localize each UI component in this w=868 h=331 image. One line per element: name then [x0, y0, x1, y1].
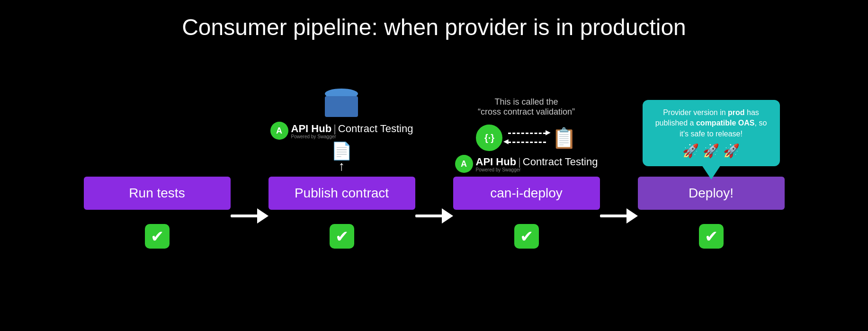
callout-oas: compatible OAS: [696, 119, 755, 127]
pipeline: Run tests ✔ A: [28, 78, 840, 255]
arrow-1: [231, 101, 268, 233]
deploy-button[interactable]: Deploy!: [638, 177, 785, 210]
step-can-i-deploy: This is called the “cross contract valid…: [453, 78, 600, 255]
arrow-2: [415, 101, 453, 233]
step-deploy-above: Provider version in prod has published a…: [643, 78, 780, 173]
dashed-arrow-left: [508, 142, 546, 143]
callout-text: Provider version in prod has published a…: [651, 107, 771, 139]
step-deploy: Provider version in prod has published a…: [638, 78, 785, 255]
api-hub-separator-2: |: [518, 156, 521, 168]
can-i-deploy-below: ✔: [514, 217, 539, 255]
deploy-checkmark: ✔: [699, 224, 724, 249]
api-hub-product-cid: Contract Testing: [523, 156, 598, 168]
arrow-icon-1: [231, 209, 268, 223]
publish-contract-below: ✔: [330, 217, 354, 255]
deploy-below: ✔: [699, 217, 724, 255]
cross-contract-visual: {·} 📋: [476, 125, 576, 151]
publish-contract-button[interactable]: Publish contract: [268, 177, 415, 210]
step-publish-contract-above: A API Hub | Contract Testing Powered by …: [270, 78, 413, 173]
api-hub-icon-cid: A: [455, 155, 473, 173]
run-tests-button[interactable]: Run tests: [84, 177, 231, 210]
run-tests-below: ✔: [145, 217, 170, 255]
api-hub-name: API Hub: [291, 123, 332, 135]
api-hub-logo-cid: A API Hub | Contract Testing Powered by …: [455, 155, 598, 173]
api-hub-powered-publish: Powered by Swagger: [291, 134, 413, 139]
dashed-arrows: [508, 133, 546, 143]
can-i-deploy-checkmark: ✔: [514, 224, 539, 249]
callout-rockets: 🚀 🚀 🚀: [651, 143, 771, 159]
arrow-icon-2: [415, 209, 453, 223]
api-hub-text-cid: API Hub | Contract Testing Powered by Sw…: [476, 156, 598, 172]
callout-box: Provider version in prod has published a…: [643, 100, 780, 166]
step-can-i-deploy-above: This is called the “cross contract valid…: [455, 78, 598, 173]
document-plain-icon: 📋: [552, 126, 576, 150]
document-icon: 📄: [331, 143, 352, 160]
page-title: Consumer pipeline: when provider is in p…: [0, 0, 868, 50]
step-run-tests: Run tests ✔: [84, 78, 231, 255]
api-hub-powered-cid: Powered by Swagger: [476, 167, 598, 172]
arrow-3: [600, 101, 638, 233]
api-hub-a-letter-2: A: [461, 159, 467, 169]
can-i-deploy-button[interactable]: can-i-deploy: [453, 177, 600, 210]
api-hub-name-2: API Hub: [476, 156, 517, 168]
openapi-icon: {·}: [476, 125, 502, 151]
api-hub-text-publish: API Hub | Contract Testing Powered by Sw…: [291, 123, 413, 139]
api-hub-separator: |: [333, 123, 336, 135]
doc-upload-icon: 📄 ↑: [331, 143, 352, 173]
api-hub-a-letter: A: [276, 126, 282, 136]
cylinder-body: [325, 96, 358, 117]
api-hub-product-publish: Contract Testing: [338, 123, 413, 135]
run-tests-checkmark: ✔: [145, 224, 170, 249]
upload-arrow-icon: ↑: [338, 160, 345, 173]
dashed-arrow-right: [508, 133, 546, 134]
cross-contract-label: This is called the “cross contract valid…: [478, 97, 575, 117]
pipeline-container: Run tests ✔ A: [0, 50, 868, 255]
callout-prod: prod: [728, 108, 745, 116]
database-icon: [325, 89, 358, 117]
api-hub-logo-publish: A API Hub | Contract Testing Powered by …: [270, 122, 413, 140]
api-hub-icon-publish: A: [270, 122, 288, 140]
step-publish-contract: A API Hub | Contract Testing Powered by …: [268, 78, 415, 255]
publish-contract-checkmark: ✔: [330, 224, 354, 249]
arrow-icon-3: [600, 209, 638, 223]
